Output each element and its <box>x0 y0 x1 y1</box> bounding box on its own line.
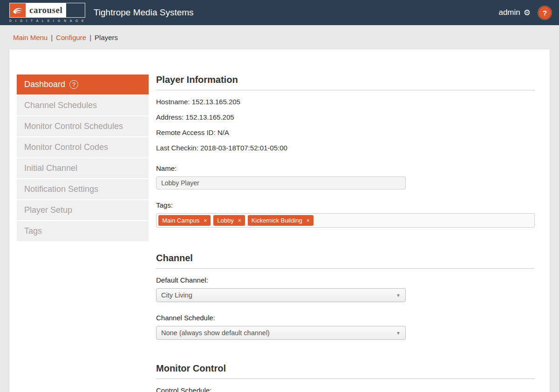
tags-input[interactable]: Main Campus × Lobby × Kickernick Buildin… <box>156 213 535 228</box>
sidebar-item-label: Dashboard <box>24 80 65 89</box>
breadcrumb: Main Menu | Configure | Players <box>0 25 559 49</box>
player-name-input[interactable] <box>156 176 406 189</box>
address-line: Address: 152.13.165.205 <box>156 113 535 121</box>
carousel-logo-box: carousel <box>9 3 85 18</box>
chevron-down-icon: ▼ <box>396 331 401 336</box>
tag-pill: Main Campus × <box>158 215 211 226</box>
app-viewport: carousel D I G I T A L S I G N A G E Tig… <box>0 0 559 392</box>
default-channel-value: City Living <box>161 291 192 299</box>
top-bar: carousel D I G I T A L S I G N A G E Tig… <box>0 0 559 25</box>
sidebar-item-player-setup[interactable]: Player Setup <box>17 200 149 221</box>
sidebar-item-tags[interactable]: Tags <box>17 221 149 242</box>
user-menu[interactable]: admin ⚙ <box>498 8 531 17</box>
hostname-line: Hostname: 152.13.165.205 <box>156 98 535 106</box>
sidebar-item-label: Monitor Control Schedules <box>24 122 123 131</box>
tags-label: Tags: <box>156 201 535 209</box>
brand-tagline: D I G I T A L S I G N A G E <box>9 19 85 22</box>
remove-tag-icon[interactable]: × <box>204 217 207 224</box>
sidebar-item-initial-channel[interactable]: Initial Channel <box>17 158 149 179</box>
main-card: Dashboard ? Channel Schedules Monitor Co… <box>9 49 550 392</box>
default-channel-select[interactable]: City Living ▼ <box>156 288 406 302</box>
breadcrumb-main-menu[interactable]: Main Menu <box>13 34 48 41</box>
carousel-swoosh-icon <box>10 3 26 17</box>
channel-schedule-label: Channel Schedule: <box>156 314 535 322</box>
sidebar-item-monitor-control-schedules[interactable]: Monitor Control Schedules <box>17 116 149 137</box>
tag-pill: Lobby × <box>213 215 245 226</box>
content-panel: Player Information Hostname: 152.13.165.… <box>156 74 535 392</box>
breadcrumb-configure[interactable]: Configure <box>56 34 86 41</box>
channel-section-title: Channel <box>156 253 535 269</box>
gear-icon[interactable]: ⚙ <box>524 9 531 17</box>
sidebar-item-monitor-control-codes[interactable]: Monitor Control Codes <box>17 137 149 158</box>
default-channel-label: Default Channel: <box>156 276 535 284</box>
tag-pill: Kickernick Building × <box>248 215 314 226</box>
help-button[interactable]: ? <box>538 6 552 20</box>
sidebar-nav: Dashboard ? Channel Schedules Monitor Co… <box>17 74 149 392</box>
carousel-logo: carousel D I G I T A L S I G N A G E <box>9 3 85 22</box>
sidebar-item-dashboard[interactable]: Dashboard ? <box>17 74 149 95</box>
breadcrumb-current-players: Players <box>95 34 118 41</box>
tag-label: Main Campus <box>162 217 199 224</box>
user-name: admin <box>498 8 520 17</box>
player-information-title: Player Information <box>156 74 535 90</box>
brand-name: carousel <box>26 3 66 17</box>
breadcrumb-separator: | <box>51 34 53 41</box>
sidebar-item-label: Monitor Control Codes <box>24 142 108 152</box>
channel-schedule-value: None (always show default channel) <box>161 329 270 337</box>
sidebar-item-label: Notification Settings <box>24 184 98 194</box>
name-label: Name: <box>156 164 535 172</box>
sidebar-item-label: Tags <box>24 226 42 236</box>
chevron-down-icon: ▼ <box>396 293 401 298</box>
dashboard-help-icon[interactable]: ? <box>69 80 78 89</box>
last-checkin-line: Last Checkin: 2018-03-18T07:52:01-05:00 <box>156 144 535 152</box>
sidebar-item-label: Channel Schedules <box>24 101 97 110</box>
control-schedule-label: Control Schedule: <box>156 386 535 392</box>
sidebar-item-label: Player Setup <box>24 205 72 215</box>
breadcrumb-separator: | <box>89 34 91 41</box>
sidebar-item-label: Initial Channel <box>24 163 77 173</box>
app-title: Tightrope Media Systems <box>94 7 194 18</box>
tag-label: Lobby <box>217 217 233 224</box>
help-icon: ? <box>543 9 547 17</box>
remove-tag-icon[interactable]: × <box>238 217 241 224</box>
channel-schedule-select[interactable]: None (always show default channel) ▼ <box>156 326 406 340</box>
sidebar-item-notification-settings[interactable]: Notification Settings <box>17 179 149 200</box>
monitor-control-section-title: Monitor Control <box>156 363 535 379</box>
sidebar-item-channel-schedules[interactable]: Channel Schedules <box>17 95 149 116</box>
tag-label: Kickernick Building <box>252 217 302 224</box>
remove-tag-icon[interactable]: × <box>307 217 310 224</box>
remote-access-id-line: Remote Access ID: N/A <box>156 128 535 136</box>
